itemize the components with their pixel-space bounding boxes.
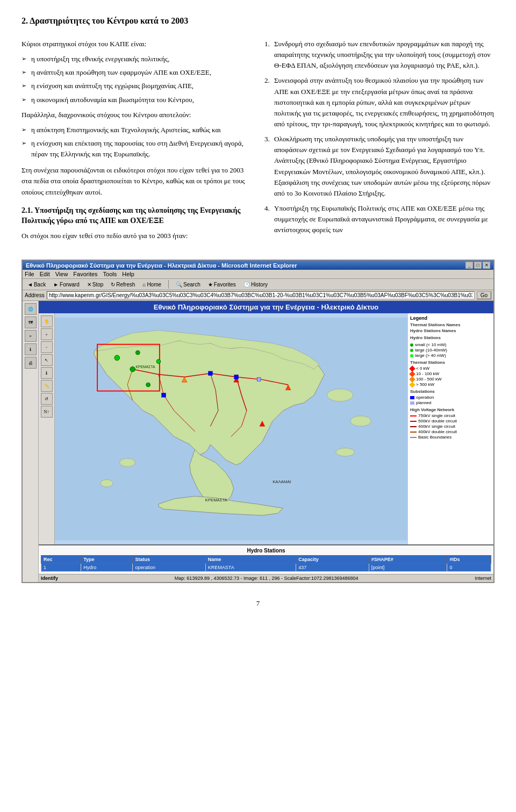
- svg-point-30: [130, 367, 135, 372]
- forward-button[interactable]: ► Forward: [51, 281, 82, 289]
- sidebar-globe-icon[interactable]: 🌐: [25, 303, 37, 315]
- gis-refresh-tool[interactable]: ↺: [41, 393, 53, 405]
- browser-main: Εθνικό Πληροφοριακό Σύστημα για την Ενέρ…: [39, 301, 493, 582]
- parallel-text: Παράλληλα, διαχρονικούς στόχους του Κέντ…: [22, 110, 252, 120]
- refresh-button[interactable]: ↻ Refresh: [108, 281, 138, 289]
- bullet-item-3: η ενίσχυση και ανάπτυξη της εγχώριας βιο…: [22, 81, 252, 91]
- menu-view[interactable]: View: [55, 271, 68, 277]
- maximize-button[interactable]: □: [474, 262, 482, 269]
- cell-name: KREMASTA: [205, 564, 296, 572]
- legend-small: small (< 10 mW): [410, 342, 491, 347]
- map-svg: ΚΡΕΜΑΣΤΑ ΚΑΛΑΜΑΙ ΚΡΕΜΑΣΤΑ: [55, 313, 407, 544]
- numbered-item-1: Συνδρομή στο σχεδιασμό των επενδυτικών π…: [264, 39, 494, 71]
- gis-title: Εθνικό Πληροφοριακό Σύστημα για την Ενέρ…: [154, 303, 379, 311]
- legend-sub-2: planned: [410, 400, 491, 405]
- subsection-title: 2.1. Υποστήριξη της σχεδίασης και της υλ…: [22, 205, 252, 226]
- gis-zoom-out-tool[interactable]: -: [41, 341, 53, 353]
- gis-zoom-in-tool[interactable]: +: [41, 328, 53, 340]
- data-table-title: Hydro Stations: [41, 548, 491, 554]
- home-button[interactable]: ⌂ Home: [140, 281, 164, 289]
- legend-th-4: > 500 kW: [410, 382, 491, 387]
- numbered-item-4: Υποστήριξη της Ευρωπαϊκής Πολιτικής στις…: [264, 203, 494, 235]
- gis-header: Εθνικό Πληροφοριακό Σύστημα για την Ενέρ…: [39, 301, 493, 313]
- svg-point-8: [120, 458, 135, 466]
- menu-file[interactable]: File: [25, 271, 34, 277]
- table-row[interactable]: 1 Hydro operation KREMASTA 437 [point] 0: [41, 564, 491, 572]
- thermal-stations-names-title: Thermal Stations Names: [410, 322, 491, 327]
- legend-hv-network: High Voltage Network 750kV single circui…: [410, 407, 491, 440]
- browser-titlebar: Εθνικό Πληροφοριακό Σύστημα για την Ενέρ…: [23, 261, 493, 270]
- left-bullet-list: η υποστήριξη της εθνικής ενεργειακής πολ…: [22, 54, 252, 105]
- legend-thermal: Thermal Stations < 0 kW 10 - 100 kW: [410, 360, 491, 387]
- favorites-button[interactable]: ★ Favorites: [205, 281, 239, 289]
- col-rec: Rec: [41, 556, 81, 564]
- gis-left-toolbar: ✋ + - ↖ ℹ 📏 ↺ N↑: [39, 313, 55, 544]
- col-ids: #IDs: [447, 556, 491, 564]
- menu-edit[interactable]: Edit: [40, 271, 50, 277]
- followup-text: Στη συνέχεια παρουσιάζονται οι ειδικότερ…: [22, 165, 252, 197]
- gis-measure-tool[interactable]: 📏: [41, 380, 53, 392]
- cell-type: Hydro: [81, 564, 133, 572]
- gis-pan-tool[interactable]: ✋: [41, 315, 53, 327]
- svg-rect-40: [234, 375, 239, 379]
- address-bar: Address Go: [23, 290, 493, 301]
- gis-select-tool[interactable]: ↖: [41, 354, 53, 366]
- sidebar-layers-icon[interactable]: ≡: [25, 330, 37, 342]
- minimize-button[interactable]: _: [465, 262, 473, 269]
- svg-point-31: [156, 360, 161, 364]
- legend-hv-2: 500kV double circuit: [410, 419, 491, 423]
- browser-toolbar: ◄ Back ► Forward ✕ Stop ↻ Refresh ⌂ Home…: [23, 279, 493, 290]
- browser-sidebar: 🌐 🗺 ≡ ℹ 🖨: [23, 301, 39, 582]
- col-shape: #SHAPE#: [369, 556, 447, 564]
- col-name: Name: [205, 556, 296, 564]
- sidebar-info-icon[interactable]: ℹ: [25, 343, 37, 355]
- browser-controls[interactable]: _ □ ✕: [465, 262, 490, 269]
- go-button[interactable]: Go: [477, 291, 491, 299]
- right-column: Συνδρομή στο σχεδιασμό των επενδυτικών π…: [264, 39, 494, 246]
- cell-rec: 1: [41, 564, 81, 572]
- legend-hv-1: 750kV single circuit: [410, 413, 491, 418]
- subsection-intro: Οι στόχοι που είχαν τεθεί στο πεδίο αυτό…: [22, 231, 252, 241]
- gis-content: ✋ + - ↖ ℹ 📏 ↺ N↑: [39, 313, 493, 544]
- statusbar-coords: Map: 613929.89 , 4306532.73 - Image: 611…: [175, 576, 359, 581]
- legend-hv-5: Basic Boundaries: [410, 435, 491, 440]
- stop-button[interactable]: ✕ Stop: [84, 281, 106, 289]
- numbered-item-2: Συνεισφορά στην ανάπτυξη του θεσμικού πλ…: [264, 75, 494, 130]
- legend-th-2: 10 - 100 kW: [410, 371, 491, 376]
- intro-text: Κύριοι στρατηγικοί στόχοι του ΚΑΠΕ είναι…: [22, 39, 252, 49]
- menu-favorites[interactable]: Favorites: [73, 271, 97, 277]
- identify-label: Identify: [41, 576, 58, 581]
- parallel-bullet-1: η απόκτηση Επιστημονικής και Τεχνολογική…: [22, 125, 252, 135]
- hydro-stations-title: Hydro Stations: [410, 335, 491, 340]
- svg-point-9: [101, 480, 113, 487]
- svg-rect-39: [209, 371, 213, 376]
- menu-tools[interactable]: Tools: [103, 271, 117, 277]
- col-status: Status: [133, 556, 205, 564]
- browser-body: 🌐 🗺 ≡ ℹ 🖨 Εθνικό Πληροφοριακό Σύστημα γι…: [23, 301, 493, 582]
- menu-help[interactable]: Help: [122, 271, 134, 277]
- data-table-area: Hydro Stations Rec Type Status Name Capa…: [39, 544, 493, 574]
- close-button[interactable]: ✕: [483, 262, 490, 269]
- hydro-stations-names-title: Hydro Stations Names: [410, 328, 491, 333]
- browser-title: Εθνικό Πληροφοριακό Σύστημα για την Ενέρ…: [26, 262, 297, 269]
- gis-identify-tool[interactable]: ℹ: [41, 367, 53, 379]
- col-capacity: Capacity: [296, 556, 369, 564]
- history-button[interactable]: 🕐 History: [241, 281, 270, 289]
- intro-section: Κύριοι στρατηγικοί στόχοι του ΚΑΠΕ είναι…: [22, 39, 494, 246]
- left-column: Κύριοι στρατηγικοί στόχοι του ΚΑΠΕ είναι…: [22, 39, 252, 246]
- search-button[interactable]: 🔍 Search: [173, 281, 203, 289]
- gis-north-arrow: N↑: [41, 406, 53, 418]
- address-input[interactable]: [47, 291, 475, 299]
- gis-map-area[interactable]: ΚΡΕΜΑΣΤΑ ΚΑΛΑΜΑΙ ΚΡΕΜΑΣΤΑ: [55, 313, 407, 544]
- statusbar-internet: Internet: [475, 576, 491, 581]
- legend-title: Legend: [410, 315, 491, 321]
- svg-text:ΚΡΕΜΑΣΤΑ: ΚΡΕΜΑΣΤΑ: [205, 498, 228, 502]
- sidebar-print-icon[interactable]: 🖨: [25, 357, 37, 369]
- page-content: 2. Δραστηριότητες του Κέντρου κατά το 20…: [22, 16, 494, 608]
- svg-point-32: [146, 383, 150, 387]
- sidebar-map-icon[interactable]: 🗺: [25, 317, 37, 328]
- svg-point-5: [327, 389, 353, 401]
- hv-title: High Voltage Network: [410, 407, 491, 412]
- parallel-bullet-2: η ενίσχυση και επέκταση της παρουσίας το…: [22, 138, 252, 160]
- back-button[interactable]: ◄ Back: [25, 281, 48, 289]
